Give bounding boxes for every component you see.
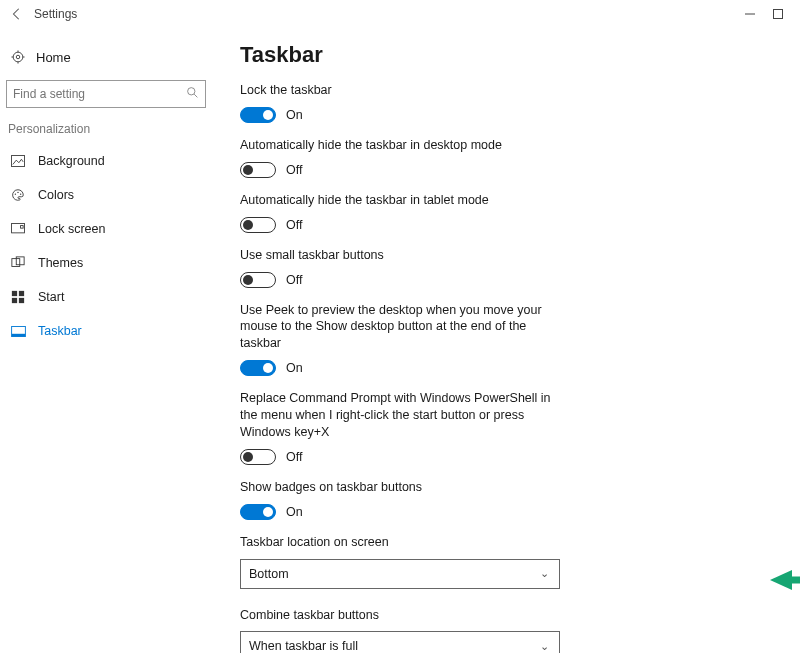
sidebar-home-label: Home [36, 50, 71, 65]
toggle-state: On [286, 505, 303, 519]
search-icon [186, 86, 199, 102]
search-field[interactable] [13, 87, 186, 101]
svg-rect-23 [11, 333, 25, 336]
toggle-autohide-desktop[interactable] [240, 162, 276, 178]
sidebar-item-themes[interactable]: Themes [4, 246, 210, 280]
sidebar-item-taskbar[interactable]: Taskbar [4, 314, 210, 348]
svg-line-9 [194, 94, 197, 97]
sidebar-item-background[interactable]: Background [4, 144, 210, 178]
chevron-down-icon: ⌄ [540, 640, 549, 653]
image-icon [10, 155, 26, 167]
toggle-state: Off [286, 273, 302, 287]
setting-label-peek: Use Peek to preview the desktop when you… [240, 302, 570, 353]
search-input[interactable] [6, 80, 206, 108]
dropdown-combine-buttons[interactable]: When taskbar is full ⌄ [240, 631, 560, 653]
svg-point-12 [17, 192, 18, 193]
dropdown-taskbar-location[interactable]: Bottom ⌄ [240, 559, 560, 589]
setting-label-powershell: Replace Command Prompt with Windows Powe… [240, 390, 570, 441]
sidebar-section-label: Personalization [4, 118, 210, 144]
setting-label-location: Taskbar location on screen [240, 534, 570, 551]
start-icon [10, 290, 26, 304]
sidebar-item-label: Themes [38, 256, 83, 270]
minimize-button[interactable] [736, 4, 764, 24]
toggle-peek[interactable] [240, 360, 276, 376]
lock-screen-icon [10, 223, 26, 235]
gear-icon [10, 50, 26, 64]
toggle-powershell[interactable] [240, 449, 276, 465]
toggle-badges[interactable] [240, 504, 276, 520]
toggle-small-buttons[interactable] [240, 272, 276, 288]
setting-label-small-buttons: Use small taskbar buttons [240, 247, 570, 264]
chevron-down-icon: ⌄ [540, 567, 549, 580]
setting-label-lock: Lock the taskbar [240, 82, 570, 99]
svg-rect-19 [19, 291, 24, 296]
sidebar-item-colors[interactable]: Colors [4, 178, 210, 212]
sidebar: Home Personalization Background Colors [0, 28, 210, 653]
page-title: Taskbar [240, 42, 780, 68]
setting-label-autohide-desktop: Automatically hide the taskbar in deskto… [240, 137, 570, 154]
svg-point-8 [188, 88, 195, 95]
sidebar-item-label: Lock screen [38, 222, 105, 236]
setting-label-autohide-tablet: Automatically hide the taskbar in tablet… [240, 192, 570, 209]
svg-point-11 [15, 193, 16, 194]
svg-rect-20 [12, 298, 17, 303]
sidebar-item-label: Start [38, 290, 64, 304]
svg-point-2 [13, 52, 23, 62]
svg-rect-15 [21, 226, 24, 229]
toggle-autohide-tablet[interactable] [240, 217, 276, 233]
title-bar: Settings [0, 0, 800, 28]
sidebar-item-label: Taskbar [38, 324, 82, 338]
setting-label-badges: Show badges on taskbar buttons [240, 479, 570, 496]
back-button[interactable] [6, 3, 28, 25]
taskbar-icon [10, 326, 26, 337]
toggle-state: Off [286, 450, 302, 464]
svg-point-13 [20, 193, 21, 194]
sidebar-item-label: Background [38, 154, 105, 168]
annotation-arrow [770, 566, 800, 594]
sidebar-item-label: Colors [38, 188, 74, 202]
svg-rect-1 [774, 10, 783, 19]
palette-icon [10, 188, 26, 202]
themes-icon [10, 256, 26, 270]
sidebar-item-lock-screen[interactable]: Lock screen [4, 212, 210, 246]
toggle-lock-taskbar[interactable] [240, 107, 276, 123]
maximize-button[interactable] [764, 4, 792, 24]
svg-rect-21 [19, 298, 24, 303]
sidebar-home[interactable]: Home [4, 40, 210, 74]
sidebar-item-start[interactable]: Start [4, 280, 210, 314]
toggle-state: On [286, 361, 303, 375]
window-title: Settings [34, 7, 77, 21]
svg-point-3 [16, 55, 20, 59]
toggle-state: On [286, 108, 303, 122]
setting-label-combine: Combine taskbar buttons [240, 607, 570, 624]
svg-marker-25 [770, 570, 792, 590]
dropdown-value: When taskbar is full [249, 639, 358, 653]
svg-rect-18 [12, 291, 17, 296]
toggle-state: Off [286, 163, 302, 177]
dropdown-value: Bottom [249, 567, 289, 581]
toggle-state: Off [286, 218, 302, 232]
main-content: Taskbar Lock the taskbar On Automaticall… [210, 28, 800, 653]
